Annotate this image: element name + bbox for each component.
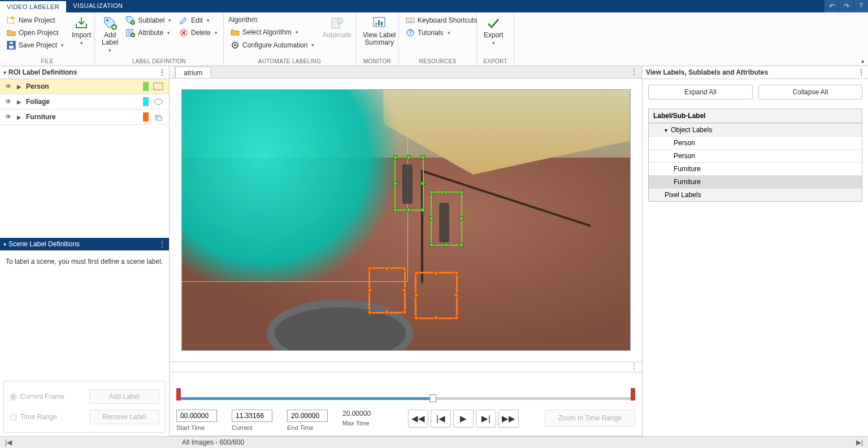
end-time-input[interactable] xyxy=(287,410,328,422)
tree-item[interactable]: Person xyxy=(649,149,862,162)
range-flag-end[interactable] xyxy=(631,388,635,401)
label-tree-header: Label/Sub-Label xyxy=(648,108,862,123)
status-text: All Images - 600/600 xyxy=(182,438,244,446)
pencil-icon xyxy=(179,16,188,25)
color-swatch xyxy=(143,82,149,91)
export-button[interactable]: Export ▾ xyxy=(481,15,506,47)
roi-label-row[interactable]: 👁▶Furniture xyxy=(0,110,169,125)
tab-visualization[interactable]: VISUALIZATION xyxy=(66,0,129,12)
tutorials-button[interactable]: ?Tutorials▾ xyxy=(403,27,479,38)
end-time-caption: End Time xyxy=(287,424,328,431)
visibility-icon[interactable]: 👁 xyxy=(5,113,12,121)
group-caption-resources: RESOURCES xyxy=(403,57,472,64)
expand-all-button[interactable]: Expand All xyxy=(648,85,753,99)
new-project-button[interactable]: New Project xyxy=(5,15,66,26)
group-caption-labeldef: LABEL DEFINITION xyxy=(99,57,219,64)
algorithm-label: Algorithm: xyxy=(228,15,316,25)
bbox-person[interactable] xyxy=(431,192,462,246)
import-button[interactable]: Import ▾ xyxy=(70,15,93,47)
visibility-icon[interactable]: 👁 xyxy=(5,98,12,106)
keyboard-shortcuts-button[interactable]: Keyboard Shortcuts xyxy=(403,15,479,26)
timeline-track[interactable] xyxy=(177,393,634,404)
import-icon xyxy=(74,16,89,31)
help-icon[interactable]: ? xyxy=(853,0,868,12)
seek-last-icon[interactable]: ▶| xyxy=(856,438,863,446)
view-label-summary-button[interactable]: View Label Summary xyxy=(361,15,398,47)
edit-button[interactable]: Edit▾ xyxy=(177,15,220,26)
chevron-down-icon: ▾ xyxy=(3,241,6,247)
svg-rect-3 xyxy=(10,42,13,44)
start-time-caption: Start Time xyxy=(176,424,217,431)
tree-item[interactable]: Furniture xyxy=(649,175,862,188)
scene-panel-header[interactable]: ▾ Scene Label Definitions ⋮ xyxy=(0,238,169,251)
open-project-button[interactable]: Open Project xyxy=(5,27,66,38)
delete-button[interactable]: Delete▾ xyxy=(177,27,220,38)
panel-menu-icon[interactable]: ⋮ xyxy=(159,68,166,76)
bbox-furniture[interactable] xyxy=(368,267,406,314)
svg-rect-15 xyxy=(375,23,377,25)
add-label-button[interactable]: Add Label ▾ xyxy=(99,15,120,54)
configure-automation-button[interactable]: Configure Automation▾ xyxy=(228,40,316,51)
start-time-input[interactable] xyxy=(176,410,217,422)
chevron-right-icon[interactable]: ▶ xyxy=(17,99,21,105)
svg-text:?: ? xyxy=(409,28,413,36)
chevron-down-icon: ▾ xyxy=(108,47,111,53)
roi-label-row[interactable]: 👁▶Person xyxy=(0,79,169,94)
play-button[interactable]: ▶ xyxy=(453,410,474,428)
video-canvas[interactable] xyxy=(181,89,631,351)
delete-icon xyxy=(179,28,188,37)
tree-group-object-labels[interactable]: ▾Object Labels xyxy=(649,123,862,136)
chevron-right-icon[interactable]: ▶ xyxy=(17,114,21,120)
seek-first-icon[interactable]: |◀ xyxy=(5,438,12,446)
max-time-caption: Max Time xyxy=(342,420,371,427)
fast-forward-button[interactable]: ▶▶ xyxy=(498,410,519,428)
step-forward-button[interactable]: ▶| xyxy=(476,410,496,428)
tag-plus-icon xyxy=(103,16,118,31)
rewind-button[interactable]: ◀◀ xyxy=(408,410,428,428)
collapse-all-button[interactable]: Collapse All xyxy=(758,85,863,99)
color-swatch xyxy=(143,112,149,121)
select-algorithm-button[interactable]: Select Algorithm▾ xyxy=(228,27,316,38)
chevron-right-icon[interactable]: ▶ xyxy=(17,84,21,90)
current-time-input[interactable] xyxy=(232,410,272,422)
tree-item[interactable]: Person xyxy=(649,136,862,149)
redo-icon[interactable]: ↷ xyxy=(839,0,853,12)
scene-panel-title: Scene Label Definitions xyxy=(8,240,80,248)
canvas-menu-icon[interactable]: ⋮ xyxy=(631,362,637,372)
undo-icon[interactable]: ↶ xyxy=(824,0,839,12)
automate-button: Automate xyxy=(320,15,353,40)
collapse-ribbon-icon[interactable]: ▴ xyxy=(861,57,865,64)
document-tab[interactable]: atrium xyxy=(175,67,211,78)
visibility-icon[interactable]: 👁 xyxy=(5,82,12,90)
attribute-button[interactable]: Attribute▾ xyxy=(124,27,173,38)
remove-scene-label-button: Remove Label xyxy=(89,410,160,424)
color-swatch xyxy=(143,97,149,106)
bbox-person[interactable] xyxy=(394,156,424,211)
doc-tabs-menu-icon[interactable]: ⋮ xyxy=(626,66,642,78)
range-flag-start[interactable] xyxy=(176,388,181,401)
zoom-time-range-button: Zoom In Time Range xyxy=(545,410,635,427)
chevron-down-icon: ▾ xyxy=(665,127,667,133)
roi-label-row[interactable]: 👁▶Foliage xyxy=(0,94,169,110)
document-tab-label: atrium xyxy=(184,69,202,77)
check-icon xyxy=(486,16,501,31)
panel-menu-icon[interactable]: ⋮ xyxy=(858,68,865,76)
tutorials-label: Tutorials xyxy=(418,29,444,37)
timeline-thumb[interactable] xyxy=(429,394,436,402)
tree-item[interactable]: Furniture xyxy=(649,162,862,175)
roi-panel-header[interactable]: ▾ ROI Label Definitions ⋮ xyxy=(0,66,169,79)
open-project-label: Open Project xyxy=(19,29,58,37)
sublabel-button[interactable]: Sublabel▾ xyxy=(124,15,173,26)
import-label: Import xyxy=(72,32,91,39)
tutorials-icon: ? xyxy=(406,28,415,37)
sublabel-icon xyxy=(126,16,135,25)
group-caption-monitor: MONITOR xyxy=(361,57,394,64)
bbox-furniture[interactable] xyxy=(415,272,458,319)
step-back-button[interactable]: |◀ xyxy=(431,410,451,428)
tab-video-labeler[interactable]: VIDEO LABELER xyxy=(0,0,66,12)
panel-menu-icon[interactable]: ⋮ xyxy=(159,240,166,248)
add-scene-label-button: Add Label xyxy=(89,389,160,404)
tree-group-pixel-labels[interactable]: Pixel Labels xyxy=(649,188,862,201)
label-tree: ▾Object Labels PersonPersonFurnitureFurn… xyxy=(648,123,862,202)
save-project-button[interactable]: Save Project ▾ xyxy=(5,40,66,51)
